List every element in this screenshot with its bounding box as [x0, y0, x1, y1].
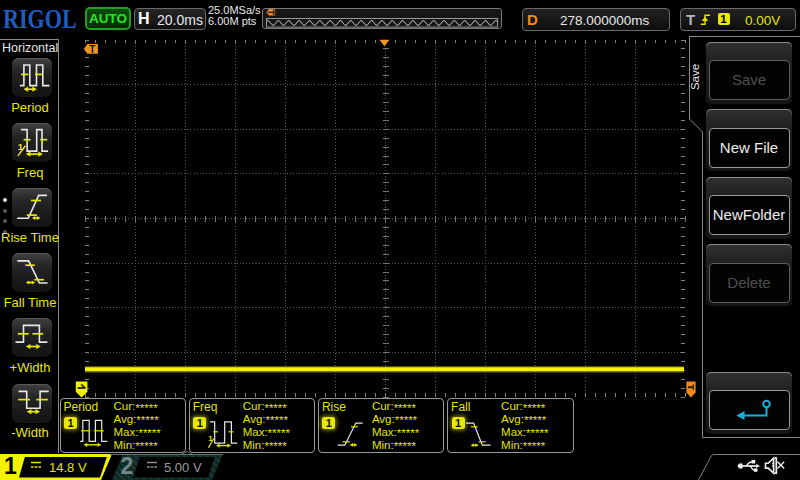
svg-text:T: T [89, 44, 95, 55]
